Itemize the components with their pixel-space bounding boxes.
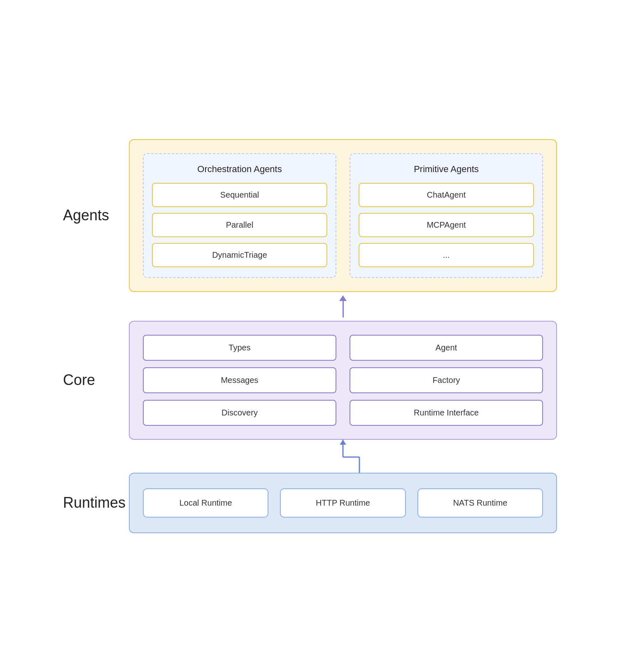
agents-box: Orchestration Agents Sequential Parallel… [129,139,557,292]
svg-marker-3 [340,440,346,445]
arrow-svg [302,440,384,473]
orchestration-agents-title: Orchestration Agents [152,164,327,175]
primitive-agents-title: Primitive Agents [359,164,534,175]
core-label: Core [63,371,129,389]
ellipsis-item: ... [359,243,534,267]
runtime-interface-item: Runtime Interface [350,400,543,426]
types-item: Types [143,335,336,361]
chatagent-item: ChatAgent [359,183,534,207]
core-to-agents-arrow [129,292,557,321]
core-to-agents-arrow-container [63,292,557,321]
diagram-container: Agents Orchestration Agents Sequential P… [63,123,557,550]
runtimes-label: Runtimes [63,494,129,511]
core-left-column: Types Messages Discovery [143,335,336,426]
sequential-item: Sequential [152,183,327,207]
http-runtime-item: HTTP Runtime [280,488,406,518]
core-right-column: Agent Factory Runtime Interface [350,335,543,426]
core-box: Types Messages Discovery Agent Factory R… [129,321,557,440]
discovery-item: Discovery [143,400,336,426]
arrow-line [343,301,344,317]
primitive-agents-group: Primitive Agents ChatAgent MCPAgent ... [350,153,543,278]
parallel-item: Parallel [152,213,327,237]
local-runtime-item: Local Runtime [143,488,268,518]
agent-item: Agent [350,335,543,361]
runtimes-to-core-arrow [129,440,557,473]
upward-arrow [339,295,347,317]
agents-label: Agents [63,207,129,224]
agents-section: Agents Orchestration Agents Sequential P… [63,139,557,292]
core-section: Core Types Messages Discovery Agent Fact… [63,321,557,440]
nats-runtime-item: NATS Runtime [417,488,543,518]
dynamictriage-item: DynamicTriage [152,243,327,267]
messages-item: Messages [143,367,336,393]
orchestration-agents-group: Orchestration Agents Sequential Parallel… [143,153,336,278]
runtimes-box: Local Runtime HTTP Runtime NATS Runtime [129,473,557,533]
arrow-head-icon [339,295,347,301]
runtimes-section: Runtimes Local Runtime HTTP Runtime NATS… [63,473,557,533]
runtimes-to-core-arrow-container [63,440,557,473]
mcpagent-item: MCPAgent [359,213,534,237]
factory-item: Factory [350,367,543,393]
